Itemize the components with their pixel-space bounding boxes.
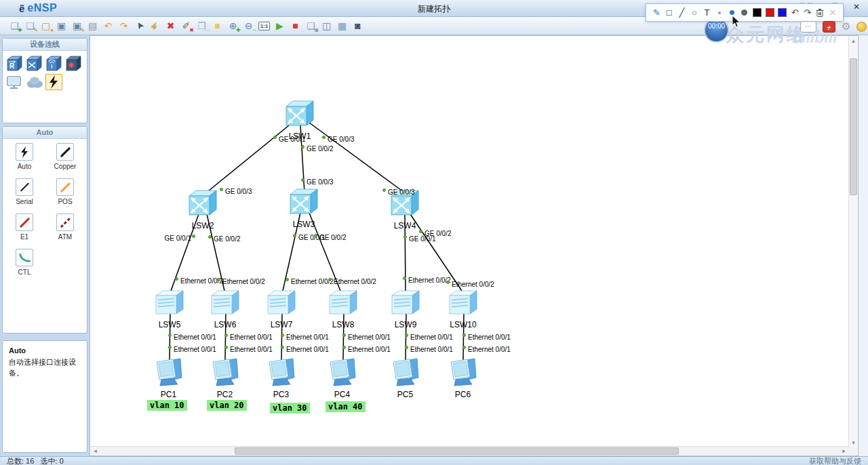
zoom-in-icon[interactable]: ⊕✚: [225, 18, 241, 33]
vertical-scrollbar[interactable]: ▴ ▾: [848, 37, 857, 447]
sidebar: 设备连线 R✱ Auto AutoCopperSerialPOSE1ATMCTL…: [0, 35, 90, 456]
open-icon[interactable]: ▢●: [38, 18, 54, 33]
text-tool-icon[interactable]: T: [702, 7, 712, 19]
vlan-tag: vlan 10: [147, 400, 187, 411]
ellipse-tool-icon[interactable]: ○: [690, 7, 700, 19]
router-category-icon[interactable]: R: [6, 55, 23, 71]
vlan-tag: vlan 40: [326, 401, 366, 412]
device-LSW5[interactable]: [155, 290, 184, 317]
stop-device-icon[interactable]: ■: [288, 18, 303, 33]
print-icon[interactable]: ▤: [85, 18, 100, 33]
delete-icon[interactable]: ✖: [163, 18, 178, 33]
chat-icon[interactable]: ⋯: [800, 21, 816, 33]
device-label-LSW8: LSW8: [319, 320, 367, 329]
start-device-icon[interactable]: ▶: [272, 18, 288, 33]
capture-icon[interactable]: ❏⊕: [303, 18, 319, 33]
ctl-link-icon[interactable]: [16, 249, 33, 266]
status-selected: 选中: 0: [41, 457, 64, 465]
pan-icon[interactable]: ☛: [147, 18, 163, 33]
device-PC3[interactable]: [265, 357, 297, 389]
device-LSW1[interactable]: [285, 100, 315, 128]
port-status-dot: [293, 234, 296, 237]
device-PC5[interactable]: [389, 357, 421, 389]
scroll-down-icon[interactable]: ▾: [849, 439, 858, 447]
zoom-reset-icon[interactable]: 1:1: [256, 18, 272, 33]
device-label-LSW10: LSW10: [439, 320, 487, 329]
zoom-out-icon[interactable]: ⊖−: [241, 18, 256, 33]
e1-link-icon[interactable]: [16, 214, 33, 231]
port-status-dot: [462, 346, 466, 349]
device-PC2[interactable]: [209, 357, 241, 389]
help-feedback-link[interactable]: 获取帮助与反馈: [809, 457, 861, 465]
console-icon[interactable]: ◙: [350, 18, 366, 33]
device-LSW3[interactable]: [289, 188, 319, 216]
undo-draw-icon[interactable]: ↶: [790, 7, 800, 19]
autoconnect-category-icon[interactable]: [45, 74, 62, 90]
size-small-icon[interactable]: [715, 7, 725, 19]
svg-text:✱: ✱: [68, 61, 74, 69]
port-status-dot: [220, 188, 223, 191]
new-topology-icon[interactable]: ❏✚: [7, 18, 22, 33]
wlan-category-icon[interactable]: [45, 55, 62, 71]
color-blue-swatch[interactable]: [777, 7, 787, 19]
device-label-LSW9: LSW9: [382, 320, 429, 329]
close-draw-icon[interactable]: ✕: [827, 7, 837, 19]
info-title: Auto: [9, 346, 81, 355]
switch-category-icon[interactable]: [26, 55, 43, 71]
vlan-tag: vlan 30: [270, 403, 310, 413]
link-type-e1: E1: [4, 214, 45, 249]
device-label-PC6: PC6: [439, 390, 487, 399]
link-type-pos: POS: [45, 178, 85, 214]
close-window-button[interactable]: ✕: [850, 2, 863, 12]
device-LSW10[interactable]: [448, 290, 478, 317]
horizontal-scroll-thumb[interactable]: [235, 447, 679, 455]
horizontal-scrollbar[interactable]: ◂ ▸: [91, 446, 857, 455]
redo-draw-icon[interactable]: ↷: [802, 7, 812, 19]
serial-link-icon[interactable]: [16, 178, 33, 196]
save-icon[interactable]: ▣: [54, 18, 69, 33]
copper-link-icon[interactable]: [56, 143, 74, 161]
terminal-category-icon[interactable]: [6, 74, 23, 90]
pos-link-icon[interactable]: [56, 178, 74, 196]
redo-icon[interactable]: ↷: [116, 18, 132, 33]
new-testcase-icon[interactable]: ❏✎: [22, 18, 38, 33]
scroll-left-icon[interactable]: ◂: [91, 447, 100, 456]
rect-tool-icon[interactable]: □: [665, 7, 675, 19]
device-LSW6[interactable]: [210, 290, 240, 317]
device-PC1[interactable]: [153, 357, 184, 389]
color-black-swatch[interactable]: [752, 7, 762, 19]
annotation-icon[interactable]: ❐⋯: [194, 18, 210, 33]
line-tool-icon[interactable]: ╱: [677, 7, 687, 19]
coin-icon[interactable]: [856, 22, 867, 32]
palette-icon[interactable]: ■: [210, 18, 225, 33]
auto-link-icon[interactable]: [16, 143, 33, 161]
color-red-swatch[interactable]: [765, 7, 775, 19]
firewall-category-icon[interactable]: ✱: [65, 55, 82, 71]
eraser-icon[interactable]: ✐✖: [178, 18, 194, 33]
device-LSW9[interactable]: [391, 290, 420, 317]
undo-icon[interactable]: ↶: [100, 18, 116, 33]
device-PC4[interactable]: [326, 357, 358, 389]
topology-canvas[interactable]: ◂ ▸ ▴ ▾ LSW1LSW2LSW3LSW4LSW5LSW6LSW7LSW8…: [90, 35, 859, 456]
settings-gear-icon[interactable]: ⚙: [842, 20, 850, 33]
atm-link-icon[interactable]: [56, 214, 74, 231]
device-LSW7[interactable]: [267, 290, 296, 317]
port-status-dot: [328, 278, 332, 281]
pen-tool-icon[interactable]: ✎: [652, 7, 662, 19]
scroll-up-icon[interactable]: ▴: [849, 37, 858, 45]
vertical-scroll-thumb[interactable]: [850, 58, 857, 195]
app-logo-text: eNSP: [27, 2, 57, 14]
device-LSW8[interactable]: [328, 290, 358, 317]
select-icon[interactable]: ➤: [132, 18, 147, 33]
device-manage-icon[interactable]: ◫: [319, 18, 334, 33]
scroll-right-icon[interactable]: ▸: [840, 447, 848, 456]
cloud-category-icon[interactable]: [26, 74, 43, 90]
grid-icon[interactable]: ▦: [334, 18, 350, 33]
trash-icon[interactable]: [815, 7, 825, 19]
device-label-LSW5: LSW5: [146, 320, 193, 329]
device-LSW2[interactable]: [188, 190, 218, 218]
port-status-dot: [301, 145, 304, 148]
device-PC6[interactable]: [447, 357, 479, 389]
save-as-icon[interactable]: ▣✎: [69, 18, 85, 33]
mute-icon[interactable]: ♪: [823, 21, 835, 33]
